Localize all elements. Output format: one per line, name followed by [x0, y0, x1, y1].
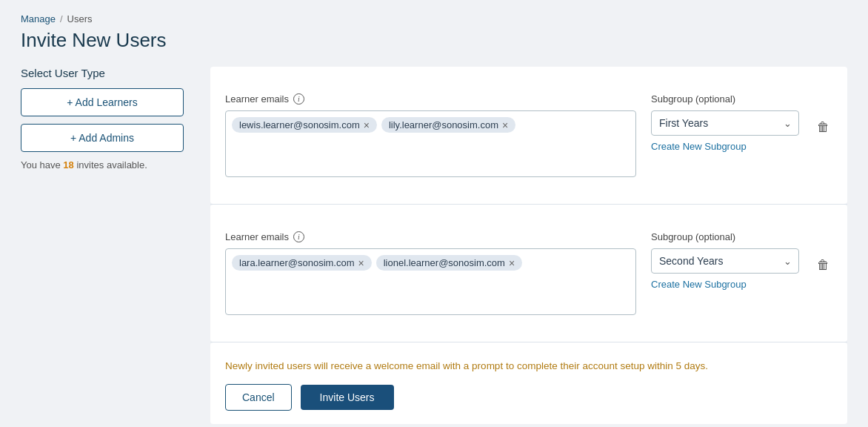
- subgroup-select-2[interactable]: First Years Second Years: [651, 248, 799, 274]
- email-tag-remove-2-0[interactable]: ×: [358, 258, 364, 268]
- email-tag-text-1-1: lily.learner@sonosim.com: [389, 119, 498, 130]
- sidebar: Select User Type + Add Learners + Add Ad…: [21, 67, 184, 171]
- cancel-button[interactable]: Cancel: [225, 384, 292, 411]
- breadcrumb-users: Users: [67, 13, 93, 24]
- learner-emails-text-1: Learner emails: [225, 93, 289, 105]
- invites-suffix: invites available.: [74, 159, 147, 171]
- invite-section-2: Learner emails i lara.learner@sonosim.co…: [210, 205, 847, 342]
- learner-emails-text-2: Learner emails: [225, 231, 289, 242]
- invite-row-2: Learner emails i lara.learner@sonosim.co…: [225, 218, 832, 328]
- delete-section-1-button[interactable]: 🗑: [814, 117, 832, 138]
- email-tag-remove-2-1[interactable]: ×: [509, 258, 515, 268]
- notice-text: Newly invited users will receive a welco…: [225, 356, 832, 374]
- create-subgroup-link-2[interactable]: Create New Subgroup: [651, 279, 747, 290]
- email-group-2: Learner emails i lara.learner@sonosim.co…: [225, 231, 636, 315]
- content-area: Learner emails i lewis.learner@sonosim.c…: [210, 67, 847, 424]
- page-title: Invite New Users: [21, 29, 847, 52]
- email-tag-text-1-0: lewis.learner@sonosim.com: [239, 119, 360, 130]
- email-input-area-2[interactable]: lara.learner@sonosim.com × lionel.learne…: [225, 248, 636, 315]
- email-tag-1-0: lewis.learner@sonosim.com ×: [232, 117, 377, 133]
- email-input-area-1[interactable]: lewis.learner@sonosim.com × lily.learner…: [225, 110, 636, 177]
- email-tag-2-0: lara.learner@sonosim.com ×: [232, 255, 372, 271]
- select-user-type-heading: Select User Type: [21, 67, 184, 79]
- invites-count: 18: [63, 159, 73, 171]
- invite-section-1: Learner emails i lewis.learner@sonosim.c…: [210, 67, 847, 204]
- email-tag-remove-1-1[interactable]: ×: [502, 120, 508, 130]
- learner-emails-label-2: Learner emails i: [225, 231, 636, 242]
- subgroup-label-1: Subgroup (optional): [651, 93, 799, 105]
- email-group-1: Learner emails i lewis.learner@sonosim.c…: [225, 93, 636, 177]
- subgroup-label-2: Subgroup (optional): [651, 231, 799, 242]
- bottom-section: Newly invited users will receive a welco…: [210, 342, 847, 424]
- subgroup-select-1[interactable]: First Years Second Years: [651, 110, 799, 136]
- info-icon-1[interactable]: i: [293, 93, 304, 105]
- add-admins-button[interactable]: + Add Admins: [21, 124, 184, 152]
- email-tag-text-2-0: lara.learner@sonosim.com: [239, 257, 355, 268]
- email-tag-2-1: lionel.learner@sonosim.com ×: [376, 255, 522, 271]
- invites-prefix: You have: [21, 159, 63, 171]
- email-tag-text-2-1: lionel.learner@sonosim.com: [384, 257, 505, 268]
- breadcrumb-separator: /: [60, 13, 63, 24]
- add-learners-button[interactable]: + Add Learners: [21, 88, 184, 116]
- info-icon-2[interactable]: i: [293, 231, 304, 242]
- learner-emails-label-1: Learner emails i: [225, 93, 636, 105]
- invite-row-1: Learner emails i lewis.learner@sonosim.c…: [225, 80, 832, 191]
- page-container: Manage / Users Invite New Users Select U…: [0, 0, 868, 427]
- invite-users-button[interactable]: Invite Users: [301, 385, 394, 410]
- main-layout: Select User Type + Add Learners + Add Ad…: [21, 67, 847, 424]
- subgroup-select-wrapper-1: First Years Second Years ⌄: [651, 110, 799, 136]
- breadcrumb: Manage / Users: [21, 13, 847, 24]
- subgroup-group-1: Subgroup (optional) First Years Second Y…: [651, 93, 799, 153]
- action-buttons: Cancel Invite Users: [225, 384, 832, 411]
- email-tag-1-1: lily.learner@sonosim.com ×: [381, 117, 515, 133]
- email-tag-remove-1-0[interactable]: ×: [364, 120, 370, 130]
- subgroup-group-2: Subgroup (optional) First Years Second Y…: [651, 231, 799, 291]
- delete-section-2-button[interactable]: 🗑: [814, 255, 832, 276]
- create-subgroup-link-1[interactable]: Create New Subgroup: [651, 141, 747, 152]
- invites-available-text: You have 18 invites available.: [21, 159, 184, 171]
- breadcrumb-manage[interactable]: Manage: [21, 13, 56, 24]
- subgroup-select-wrapper-2: First Years Second Years ⌄: [651, 248, 799, 274]
